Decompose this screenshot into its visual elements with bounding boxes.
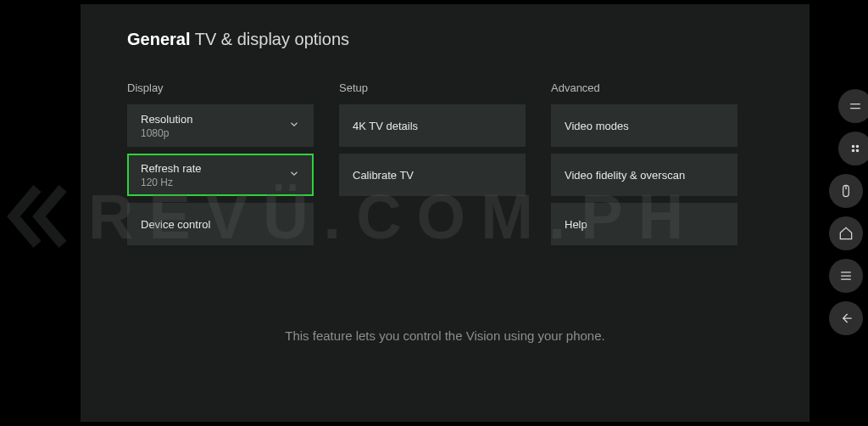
help-label: Help — [565, 218, 587, 231]
nav-home-icon[interactable] — [829, 216, 863, 250]
refresh-rate-label: Refresh rate — [141, 162, 202, 175]
calibrate-tv-button[interactable]: Calibrate TV — [339, 154, 526, 196]
section-label-setup: Setup — [339, 81, 526, 94]
video-modes-label: Video modes — [565, 120, 629, 132]
page-title-section: TV & display options — [195, 30, 349, 48]
setting-description: This feature lets you control the Vision… — [267, 327, 623, 345]
video-modes-button[interactable]: Video modes — [551, 104, 737, 147]
refresh-rate-select[interactable]: Refresh rate 120 Hz — [127, 154, 314, 196]
resolution-value: 1080p — [141, 127, 169, 139]
device-control-label: Device control — [141, 218, 210, 231]
nav-more-icon[interactable] — [838, 132, 868, 165]
nav-mouse-icon[interactable] — [829, 174, 863, 208]
resolution-label: Resolution — [141, 113, 192, 126]
4k-tv-details-label: 4K TV details — [353, 120, 418, 132]
nav-drag-handle-icon[interactable] — [838, 89, 868, 123]
section-label-advanced: Advanced — [551, 81, 737, 94]
column-setup: Setup 4K TV details Calibrate TV — [339, 81, 526, 252]
svg-point-0 — [852, 145, 854, 147]
calibrate-tv-label: Calibrate TV — [353, 169, 414, 182]
4k-tv-details-button[interactable]: 4K TV details — [339, 104, 526, 147]
svg-point-3 — [856, 149, 858, 151]
column-advanced: Advanced Video modes Video fidelity & ov… — [551, 81, 737, 252]
resolution-select[interactable]: Resolution 1080p — [127, 104, 314, 147]
page-title-category: General — [127, 30, 190, 48]
video-fidelity-label: Video fidelity & overscan — [565, 169, 685, 182]
remote-side-nav — [827, 89, 865, 335]
watermark-chevrons-icon — [2, 183, 76, 249]
nav-menu-icon[interactable] — [829, 259, 863, 293]
settings-columns: Display Resolution 1080p Refresh rate 12… — [127, 81, 776, 252]
device-control-button[interactable]: Device control — [127, 203, 314, 245]
chevron-down-icon — [288, 168, 300, 182]
chevron-down-icon — [288, 119, 300, 133]
column-display: Display Resolution 1080p Refresh rate 12… — [127, 81, 314, 252]
nav-back-icon[interactable] — [829, 301, 863, 335]
svg-point-2 — [852, 149, 854, 151]
video-fidelity-button[interactable]: Video fidelity & overscan — [551, 154, 737, 196]
section-label-display: Display — [127, 81, 314, 94]
help-button[interactable]: Help — [551, 203, 737, 245]
page-title: General TV & display options — [127, 30, 776, 49]
settings-screen: General TV & display options Display Res… — [81, 4, 810, 422]
refresh-rate-value: 120 Hz — [141, 177, 173, 188]
svg-point-1 — [856, 145, 858, 147]
